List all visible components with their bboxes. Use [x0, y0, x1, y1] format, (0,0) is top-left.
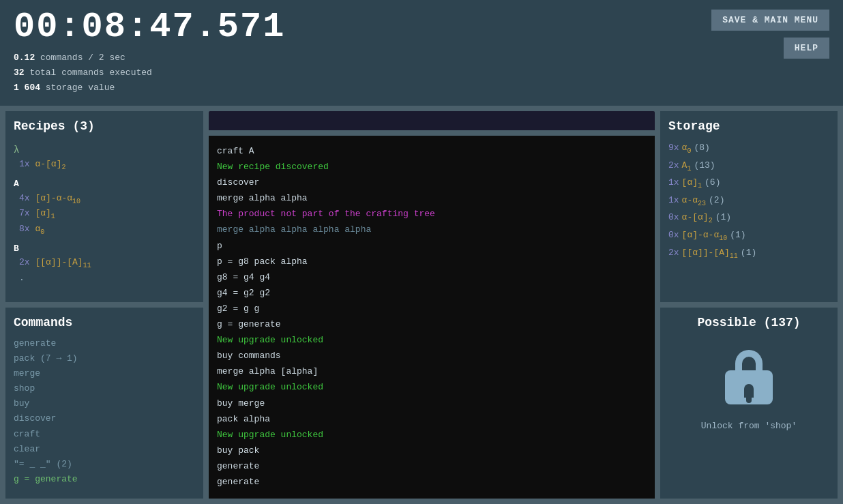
stat-commands: 0.12 commands / 2 sec — [14, 50, 285, 65]
terminal-line: craft A — [217, 144, 647, 159]
terminal-line: p — [217, 239, 647, 254]
storage-panel: Storage 9x α0 (8) 2x A1 (13) 1x [α]1 (6) — [660, 111, 838, 302]
recipe-item: 8x α0 — [14, 222, 195, 238]
stat-total: 32 total commands executed — [14, 65, 285, 80]
stat-total-value: 32 — [14, 68, 25, 78]
cmd-alias-g2: g2 = g g — [14, 487, 195, 490]
lock-keyhole — [744, 384, 754, 398]
storage-item: 0x [α]-α-α10 (1) — [668, 227, 829, 245]
stat-storage-label: storage value — [40, 83, 115, 93]
recipe-b-header: B — [14, 242, 195, 256]
center-column: craft A New recipe discovered discover m… — [209, 111, 655, 499]
terminal-top-bar — [209, 111, 655, 130]
terminal-line: New upgrade unlocked — [217, 380, 647, 395]
unlock-text: Unlock from 'shop' — [701, 421, 797, 431]
terminal-line: pack alpha — [217, 412, 647, 427]
terminal-panel[interactable]: craft A New recipe discovered discover m… — [209, 136, 655, 499]
save-main-menu-button[interactable]: SAVE & MAIN MENU — [711, 10, 829, 31]
storage-item: 2x A1 (13) — [668, 158, 829, 175]
timer: 00:08:47.571 — [14, 10, 285, 45]
recipe-item: 4x [α]-α-α10 — [14, 192, 195, 207]
cmd-shop[interactable]: shop — [14, 381, 195, 396]
terminal-line: discover — [217, 175, 647, 190]
commands-panel: Commands generate pack (7 → 1) merge sho… — [5, 308, 203, 499]
terminal-line: merge alpha alpha alpha alpha — [217, 222, 647, 237]
terminal-line: g2 = g g — [217, 301, 647, 316]
recipes-panel: Recipes (3) λ 1x α-[α]2 A 4x [α]-α-α10 7… — [5, 111, 203, 302]
recipes-title: Recipes (3) — [14, 119, 195, 133]
recipe-lambda-label: λ — [14, 143, 195, 158]
terminal-line: g4 = g2 g2 — [217, 286, 647, 301]
stat-storage: 1 604 storage value — [14, 80, 285, 95]
stat-commands-label: commands / 2 sec — [35, 53, 125, 63]
right-column: Storage 9x α0 (8) 2x A1 (13) 1x [α]1 (6) — [660, 111, 838, 499]
terminal-line: generate — [217, 459, 647, 474]
cmd-alias-g: g = generate — [14, 472, 195, 487]
terminal-line: The product not part of the crafting tre… — [217, 207, 647, 222]
cmd-discover[interactable]: discover — [14, 411, 195, 426]
terminal-line: buy merge — [217, 396, 647, 411]
cmd-special: "= _ _" (2) — [14, 457, 195, 472]
terminal-line: buy pack — [217, 443, 647, 458]
stat-commands-value: 0.12 — [14, 53, 35, 63]
recipe-item: 7x [α]1 — [14, 207, 195, 222]
recipe-item: 2x [[α]]-[A]11 — [14, 256, 195, 271]
terminal-line: g = generate — [217, 317, 647, 332]
storage-item: 1x [α]1 (6) — [668, 175, 829, 192]
cmd-generate[interactable]: generate — [14, 336, 195, 351]
header-left: 00:08:47.571 0.12 commands / 2 sec 32 to… — [14, 10, 285, 95]
lock-body — [725, 370, 773, 404]
cmd-merge[interactable]: merge — [14, 366, 195, 381]
terminal-line: generate — [217, 475, 647, 490]
terminal-line: buy commands — [217, 349, 647, 364]
left-column: Recipes (3) λ 1x α-[α]2 A 4x [α]-α-α10 7… — [5, 111, 203, 499]
lock-icon — [725, 350, 773, 404]
cmd-craft[interactable]: craft — [14, 427, 195, 442]
commands-title: Commands — [14, 316, 195, 329]
terminal-line: merge alpha alpha — [217, 191, 647, 206]
recipe-item: 1x α-[α]2 — [14, 158, 195, 173]
storage-item: 2x [[α]]-[A]11 (1) — [668, 245, 829, 263]
terminal-line: New recipe discovered — [217, 160, 647, 175]
terminal-line: merge alpha [alpha] — [217, 364, 647, 379]
commands-content: generate pack (7 → 1) merge shop buy dis… — [14, 336, 195, 490]
stat-storage-value: 1 604 — [14, 83, 40, 93]
storage-title: Storage — [668, 119, 829, 133]
possible-title: Possible (137) — [697, 316, 800, 329]
terminal-line: New upgrade unlocked — [217, 428, 647, 443]
storage-item: 1x α-α23 (2) — [668, 192, 829, 210]
recipes-content: λ 1x α-[α]2 A 4x [α]-α-α10 7x [α]1 8x — [14, 140, 195, 294]
cmd-pack[interactable]: pack (7 → 1) — [14, 351, 195, 366]
terminal-line: p = g8 pack alpha — [217, 254, 647, 269]
stats: 0.12 commands / 2 sec 32 total commands … — [14, 50, 285, 95]
help-button[interactable]: HELP — [784, 38, 829, 59]
recipe-a-header: A — [14, 177, 195, 192]
terminal-line: g8 = g4 g4 — [217, 270, 647, 285]
recipe-dot: . — [14, 271, 195, 286]
header: 00:08:47.571 0.12 commands / 2 sec 32 to… — [0, 0, 843, 106]
storage-item: 0x α-[α]2 (1) — [668, 209, 829, 227]
stat-total-label: total commands executed — [25, 68, 152, 78]
main-layout: Recipes (3) λ 1x α-[α]2 A 4x [α]-α-α10 7… — [0, 106, 843, 504]
terminal-line: New upgrade unlocked — [217, 333, 647, 348]
header-right: SAVE & MAIN MENU HELP — [711, 10, 829, 59]
cmd-buy[interactable]: buy — [14, 396, 195, 411]
cmd-clear[interactable]: clear — [14, 442, 195, 457]
storage-items: 9x α0 (8) 2x A1 (13) 1x [α]1 (6) 1x α-α2… — [668, 140, 829, 262]
storage-item: 9x α0 (8) — [668, 140, 829, 158]
possible-panel: Possible (137) Unlock from 'shop' — [660, 308, 838, 499]
